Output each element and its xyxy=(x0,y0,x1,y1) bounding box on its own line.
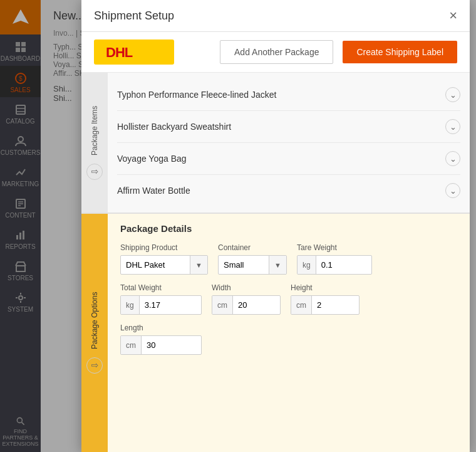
container-arrow-icon: ▼ xyxy=(269,256,286,274)
tare-weight-label: Tare Weight xyxy=(297,243,372,252)
form-group-length: Length cm xyxy=(120,323,202,355)
width-input-wrapper: cm xyxy=(212,295,281,315)
shipping-product-label: Shipping Product xyxy=(120,243,208,252)
width-prefix: cm xyxy=(212,296,233,314)
length-prefix: cm xyxy=(121,336,142,354)
item-name-3: Voyage Yoga Bag xyxy=(117,154,187,164)
form-row-2: Total Weight kg Width cm xyxy=(120,283,457,315)
total-weight-prefix: kg xyxy=(121,296,140,314)
width-input[interactable] xyxy=(233,296,280,314)
total-weight-label: Total Weight xyxy=(120,283,202,292)
package-items-collapse-btn[interactable]: ⇧ xyxy=(86,164,103,180)
form-row-3: Length cm xyxy=(120,323,457,355)
form-group-width: Width cm xyxy=(212,283,281,315)
add-another-package-button[interactable]: Add Another Package xyxy=(220,40,333,64)
container-select-wrapper: Small Medium Large ▼ xyxy=(218,255,287,275)
item-expand-btn-3[interactable]: ⌄ xyxy=(445,151,460,166)
package-options-section: ⇧ Package Options Package Details Shippi… xyxy=(81,214,470,452)
package-items-content: Typhon Performance Fleece-lined Jacket ⌄… xyxy=(108,73,470,213)
tare-weight-input-wrapper: kg xyxy=(297,255,372,275)
form-group-container: Container Small Medium Large ▼ xyxy=(218,243,287,275)
package-options-collapse-btn[interactable]: ⇧ xyxy=(86,357,103,374)
shipping-product-select-wrapper: DHL Paket DHL Express DHL Freight ▼ xyxy=(120,255,208,275)
dhl-logo: DHL xyxy=(94,39,174,65)
item-name-1: Typhon Performance Fleece-lined Jacket xyxy=(117,90,276,100)
height-input[interactable] xyxy=(312,296,359,314)
list-item: Voyage Yoga Bag ⌄ xyxy=(117,143,460,175)
item-expand-btn-1[interactable]: ⌄ xyxy=(445,87,460,102)
total-weight-input-wrapper: kg xyxy=(120,295,202,315)
tare-weight-prefix: kg xyxy=(298,256,316,274)
length-label: Length xyxy=(120,323,202,332)
list-item: Hollister Backyard Sweatshirt ⌄ xyxy=(117,111,460,143)
package-items-tab[interactable]: ⇧ Package Items xyxy=(81,73,108,213)
package-details-content: Package Details Shipping Product DHL Pak… xyxy=(108,214,470,452)
package-items-tab-label: Package Items xyxy=(90,105,99,155)
dialog-title: Shipment Setup xyxy=(94,9,174,23)
package-details-heading: Package Details xyxy=(120,223,457,234)
form-row-1: Shipping Product DHL Paket DHL Express D… xyxy=(120,243,457,275)
container-select[interactable]: Small Medium Large xyxy=(219,256,269,274)
shipping-product-select[interactable]: DHL Paket DHL Express DHL Freight xyxy=(121,256,190,274)
item-expand-btn-4[interactable]: ⌄ xyxy=(445,183,460,198)
form-group-shipping-product: Shipping Product DHL Paket DHL Express D… xyxy=(120,243,208,275)
shipping-product-arrow-icon: ▼ xyxy=(190,256,207,274)
height-input-wrapper: cm xyxy=(291,295,360,315)
package-options-tab[interactable]: ⇧ Package Options xyxy=(81,214,108,452)
list-item: Typhon Performance Fleece-lined Jacket ⌄ xyxy=(117,79,460,111)
tare-weight-input[interactable] xyxy=(316,256,371,274)
item-name-2: Hollister Backyard Sweatshirt xyxy=(117,122,231,132)
form-group-tare-weight: Tare Weight kg xyxy=(297,243,372,275)
form-group-height: Height cm xyxy=(291,283,360,315)
width-label: Width xyxy=(212,283,281,292)
create-shipping-label-button[interactable]: Create Shipping Label xyxy=(343,41,457,63)
close-button[interactable]: × xyxy=(449,9,457,23)
form-group-total-weight: Total Weight kg xyxy=(120,283,202,315)
dialog-body: ⇧ Package Items Typhon Performance Fleec… xyxy=(81,73,470,452)
dialog-toolbar: DHL Add Another Package Create Shipping … xyxy=(81,32,470,73)
svg-text:DHL: DHL xyxy=(106,45,133,60)
list-item: Affirm Water Bottle ⌄ xyxy=(117,175,460,206)
height-prefix: cm xyxy=(291,296,312,314)
item-name-4: Affirm Water Bottle xyxy=(117,186,190,196)
dialog-header: Shipment Setup × xyxy=(81,0,470,32)
total-weight-input[interactable] xyxy=(140,296,201,314)
item-expand-btn-2[interactable]: ⌄ xyxy=(445,119,460,134)
package-items-section: ⇧ Package Items Typhon Performance Fleec… xyxy=(81,73,470,214)
shipment-dialog: Shipment Setup × DHL Add Another Package… xyxy=(81,0,470,452)
height-label: Height xyxy=(291,283,360,292)
length-input-wrapper: cm xyxy=(120,335,202,355)
container-label: Container xyxy=(218,243,287,252)
package-options-tab-label: Package Options xyxy=(90,292,99,349)
length-input[interactable] xyxy=(142,336,201,354)
